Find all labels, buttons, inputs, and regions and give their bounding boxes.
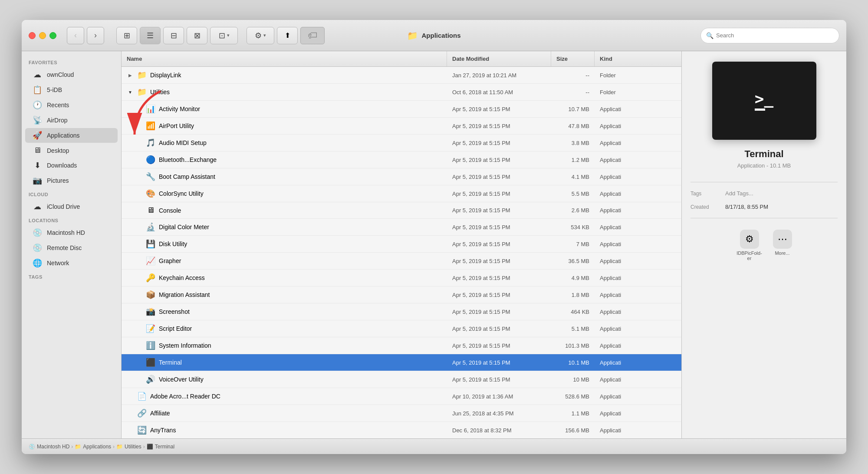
breadcrumb-applications[interactable]: Applications [83,444,111,450]
file-row[interactable]: 📊 Activity Monitor Apr 5, 2019 at 5:15 P… [122,101,681,118]
sidebar-item-airdrop[interactable]: 📡 AirDrop [25,113,118,128]
sidebar-item-icloud-drive[interactable]: ☁ iCloud Drive [25,199,118,214]
col-kind[interactable]: Kind [595,51,681,66]
breadcrumb-terminal[interactable]: Terminal [155,444,174,450]
file-row[interactable]: 🔗 Affiliate Jun 25, 2018 at 4:35 PM 1.1 … [122,405,681,422]
add-tags-button[interactable]: Add Tags... [725,190,753,197]
action-menu-button[interactable]: ⚙▾ [247,27,274,44]
file-row[interactable]: 🔄 AnyTrans Dec 6, 2018 at 8:32 PM 156.6 … [122,422,681,438]
file-date: Apr 5, 2019 at 5:15 PM [447,322,551,336]
file-row[interactable]: 📦 Migration Assistant Apr 5, 2019 at 5:1… [122,286,681,303]
icloud-header: iCloud [22,188,121,199]
file-kind: Applicati [595,407,681,420]
file-date: Jun 25, 2018 at 4:35 PM [447,407,551,420]
col-size[interactable]: Size [551,51,595,66]
minimize-button[interactable] [39,32,46,39]
preview-tags-row: Tags Add Tags... [690,187,838,200]
file-kind: Applicati [595,254,681,268]
file-date: Apr 5, 2019 at 5:15 PM [447,153,551,167]
file-row-terminal[interactable]: ⬛ Terminal Apr 5, 2019 at 5:15 PM 10.1 M… [122,354,681,371]
file-date: Apr 5, 2019 at 5:15 PM [447,237,551,251]
file-row[interactable]: 🎵 Audio MIDI Setup Apr 5, 2019 at 5:15 P… [122,135,681,151]
file-row[interactable]: 📸 Screenshot Apr 5, 2019 at 5:15 PM 464 … [122,303,681,320]
view-list-button[interactable]: ☰ [140,27,161,44]
close-button[interactable] [29,32,36,39]
app-icon: 📈 [146,256,155,266]
sidebar-item-5idb[interactable]: 📋 5-iDB [25,82,118,97]
breadcrumb-utilities[interactable]: Utilities [125,444,141,450]
file-row[interactable]: 🔊 VoiceOver Utility Apr 5, 2019 at 5:15 … [122,371,681,388]
more-icon: ⋯ [773,230,792,249]
search-box[interactable]: 🔍 [700,28,839,43]
idbpicfolder-label: IDBPicFold-er [736,250,763,261]
more-label: More... [775,250,789,256]
file-date: Apr 5, 2019 at 5:15 PM [447,102,551,116]
file-row[interactable]: 📈 Grapher Apr 5, 2019 at 5:15 PM 36.5 MB… [122,253,681,270]
file-row[interactable]: 📝 Script Editor Apr 5, 2019 at 5:15 PM 5… [122,320,681,337]
tags-header: Tags [22,271,121,281]
file-kind: Folder [595,69,681,82]
file-row[interactable]: 📄 Adobe Acro...t Reader DC Apr 10, 2019 … [122,388,681,405]
file-date: Apr 5, 2019 at 5:15 PM [447,356,551,369]
sidebar-item-applications[interactable]: 🚀 Applications [25,128,118,143]
file-row[interactable]: 🖥 Console Apr 5, 2019 at 5:15 PM 2.6 MB … [122,202,681,219]
file-kind: Applicati [595,204,681,217]
sidebar-item-desktop[interactable]: 🖥 Desktop [25,143,118,158]
view-cover-button[interactable]: ⊠ [187,27,207,44]
preview-divider [690,182,838,182]
file-row[interactable]: 🔬 Digital Color Meter Apr 5, 2019 at 5:1… [122,219,681,236]
view-icons-button[interactable]: ⊞ [116,27,137,44]
tags-label: Tags [690,191,725,197]
breadcrumb-icon-hd: 💿 [29,444,35,450]
applications-icon: 🚀 [32,131,43,140]
col-name[interactable]: Name [122,51,447,66]
file-row[interactable]: 🔑 Keychain Access Apr 5, 2019 at 5:15 PM… [122,270,681,286]
sidebar-item-pictures[interactable]: 📷 Pictures [25,173,118,188]
sidebar-item-label: Network [47,260,69,267]
file-date: Apr 5, 2019 at 5:15 PM [447,204,551,217]
sidebar-item-remote-disc[interactable]: 💿 Remote Disc [25,240,118,255]
file-row[interactable]: ▼ 📁 Utilities Oct 6, 2018 at 11:50 AM --… [122,84,681,101]
file-date: Apr 5, 2019 at 5:15 PM [447,254,551,268]
file-name: Disk Utility [159,240,187,247]
expand-button[interactable]: ▼ [127,89,134,95]
file-row[interactable]: 🔧 Boot Camp Assistant Apr 5, 2019 at 5:1… [122,168,681,185]
file-row[interactable]: 🎨 ColorSync Utility Apr 5, 2019 at 5:15 … [122,185,681,202]
file-row[interactable]: 💾 Disk Utility Apr 5, 2019 at 5:15 PM 7 … [122,236,681,253]
view-options-button[interactable]: ⊡▾ [210,27,238,44]
col-date[interactable]: Date Modified [447,51,551,66]
search-input[interactable] [716,32,812,39]
sidebar-item-label: Pictures [47,177,69,184]
file-name: AirPort Utility [159,122,194,129]
back-button[interactable]: ‹ [67,27,84,44]
expand-button[interactable]: ▶ [127,72,134,79]
file-kind: Applicati [595,187,681,201]
breadcrumb-sep-3: › [143,444,145,450]
file-row[interactable]: ℹ️ System Information Apr 5, 2019 at 5:1… [122,337,681,354]
file-kind: Applicati [595,322,681,336]
breadcrumb-macintosh-hd[interactable]: Macintosh HD [37,444,69,450]
idbpicfolder-action[interactable]: ⚙ IDBPicFold-er [736,230,763,261]
file-name: Utilities [150,89,170,95]
file-row[interactable]: 🔵 Bluetooth...Exchange Apr 5, 2019 at 5:… [122,151,681,168]
remote-disc-icon: 💿 [32,243,43,253]
favorites-header: Favorites [22,56,121,67]
view-columns-button[interactable]: ⊟ [163,27,184,44]
sidebar-item-owncloud[interactable]: ☁ ownCloud [25,67,118,82]
more-action[interactable]: ⋯ More... [773,230,792,261]
app-icon: 💾 [146,239,155,249]
sidebar-item-downloads[interactable]: ⬇ Downloads [25,158,118,173]
preview-meta: Tags Add Tags... Created 8/17/18, 8:55 P… [690,187,838,214]
file-name: Adobe Acro...t Reader DC [150,393,220,400]
file-row[interactable]: ▶ 📁 DisplayLink Jan 27, 2019 at 10:21 AM… [122,67,681,84]
file-row[interactable]: 📶 AirPort Utility Apr 5, 2019 at 5:15 PM… [122,118,681,135]
forward-button[interactable]: › [87,27,104,44]
maximize-button[interactable] [49,32,56,39]
file-name: Terminal [159,359,182,366]
window-title: Applications [421,32,460,39]
sidebar-item-recents[interactable]: 🕐 Recents [25,98,118,112]
sidebar-item-network[interactable]: 🌐 Network [25,256,118,270]
sidebar-item-macintosh-hd[interactable]: 💿 Macintosh HD [25,225,118,240]
tag-button[interactable]: 🏷 [300,27,325,44]
share-button[interactable]: ⬆ [277,27,298,44]
